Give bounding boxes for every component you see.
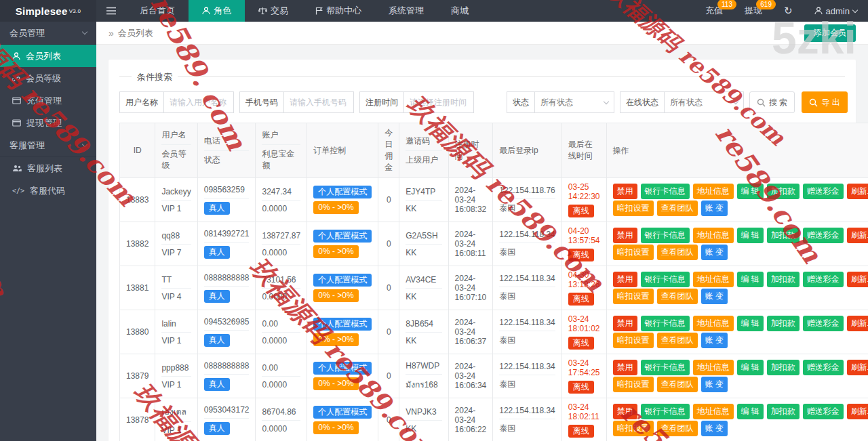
col-header-line1: 今日佣金 xyxy=(384,128,393,172)
op-button-orange[interactable]: 查看团队 xyxy=(657,201,698,216)
op-button-orange[interactable]: 暗扣设置 xyxy=(613,377,654,392)
op-button-orange[interactable]: 查看团队 xyxy=(657,377,698,392)
op-button-blue[interactable]: 账 变 xyxy=(701,245,728,260)
nav-item-role[interactable]: 角色 xyxy=(189,0,245,22)
add-member-button[interactable]: 添加会员 xyxy=(804,24,856,42)
op-button-red[interactable]: 禁用 xyxy=(613,316,637,331)
op-button-orange[interactable]: 暗扣设置 xyxy=(613,245,654,260)
recharge-nav[interactable]: 充值 113 xyxy=(694,0,734,22)
nav-item-home[interactable]: 后台首页 xyxy=(126,0,189,22)
op-button-red[interactable]: 禁用 xyxy=(613,360,637,375)
chevron-down-icon xyxy=(733,98,738,104)
sidebar-group-member[interactable]: 会员管理 xyxy=(0,22,96,45)
op-button-orange[interactable]: 地址信息 xyxy=(693,316,734,331)
regtime-input[interactable] xyxy=(403,91,474,113)
op-button-red[interactable]: 刷新二维码 xyxy=(847,272,868,287)
op-button-orange[interactable]: 地址信息 xyxy=(693,184,734,199)
member-row: 13879ppp888VIP 10888888888真人0.000.0000个人… xyxy=(120,354,868,398)
op-button-green[interactable]: 加扣款 xyxy=(767,228,800,243)
breadcrumb-bar: » 会员列表 添加会员 xyxy=(96,22,868,45)
op-button-red[interactable]: 刷新二维码 xyxy=(847,404,868,419)
op-button-green[interactable]: 编 辑 xyxy=(737,404,764,419)
sidebar-item-service-code[interactable]: </>客服代码 xyxy=(0,180,96,202)
status-select[interactable]: 所有状态 xyxy=(534,91,614,113)
op-button-green[interactable]: 编 辑 xyxy=(737,316,764,331)
op-button-green[interactable]: 赠送彩金 xyxy=(803,272,844,287)
menu-toggle-icon[interactable] xyxy=(96,0,126,22)
op-button-orange[interactable]: 地址信息 xyxy=(693,272,734,287)
sidebar-item-recharge-manage[interactable]: 充值管理 xyxy=(0,89,96,112)
phone-input[interactable] xyxy=(283,91,354,113)
admin-menu[interactable]: admin xyxy=(804,0,868,22)
op-button-green[interactable]: 赠送彩金 xyxy=(803,228,844,243)
sidebar-item-member-level[interactable]: 会员等级 xyxy=(0,67,96,89)
op-button-red[interactable]: 禁用 xyxy=(613,228,637,243)
username-input[interactable] xyxy=(163,91,234,113)
username-text: lalin xyxy=(161,319,191,333)
op-button-red[interactable]: 禁用 xyxy=(613,184,637,199)
op-button-orange[interactable]: 地址信息 xyxy=(693,360,734,375)
op-button-orange[interactable]: 暗扣设置 xyxy=(613,333,654,348)
op-button-green[interactable]: 银行卡信息 xyxy=(641,404,690,419)
cell-last-online: 03-24 18:01:02离线 xyxy=(561,310,606,354)
op-button-green[interactable]: 加扣款 xyxy=(767,272,800,287)
nav-item-mall[interactable]: 商城 xyxy=(437,0,482,22)
op-button-green[interactable]: 编 辑 xyxy=(737,228,764,243)
op-button-blue[interactable]: 账 变 xyxy=(701,289,728,304)
op-button-green[interactable]: 银行卡信息 xyxy=(641,272,690,287)
op-button-green[interactable]: 编 辑 xyxy=(737,272,764,287)
op-button-green[interactable]: 加扣款 xyxy=(767,316,800,331)
nav-item-system[interactable]: 系统管理 xyxy=(375,0,437,22)
search-button[interactable]: 搜 索 xyxy=(749,91,795,113)
sidebar-item-service-list[interactable]: 客服列表 xyxy=(0,157,96,180)
op-button-orange[interactable]: 地址信息 xyxy=(693,228,734,243)
refresh-button[interactable]: ↻ xyxy=(773,0,804,22)
op-button-red[interactable]: 刷新二维码 xyxy=(847,184,868,199)
op-button-blue[interactable]: 账 变 xyxy=(701,377,728,392)
op-button-blue[interactable]: 账 变 xyxy=(701,201,728,216)
op-button-blue[interactable]: 账 变 xyxy=(701,333,728,348)
op-button-green[interactable]: 银行卡信息 xyxy=(641,360,690,375)
op-button-green[interactable]: 加扣款 xyxy=(767,360,800,375)
op-button-green[interactable]: 赠送彩金 xyxy=(803,184,844,199)
op-button-green[interactable]: 赠送彩金 xyxy=(803,316,844,331)
op-button-red[interactable]: 禁用 xyxy=(613,404,637,419)
op-button-red[interactable]: 禁用 xyxy=(613,272,637,287)
op-button-orange[interactable]: 暗扣设置 xyxy=(613,289,654,304)
op-button-green[interactable]: 银行卡信息 xyxy=(641,228,690,243)
op-button-orange[interactable]: 暗扣设置 xyxy=(613,421,654,436)
nav-item-help[interactable]: 帮助中心 xyxy=(302,0,375,22)
op-button-red[interactable]: 刷新二维码 xyxy=(847,360,868,375)
op-button-orange[interactable]: 暗扣设置 xyxy=(613,201,654,216)
sidebar-item-withdraw-manage[interactable]: 提现管理 xyxy=(0,112,96,134)
withdraw-nav[interactable]: 提现 619 xyxy=(734,0,773,22)
export-button[interactable]: 导 出 xyxy=(802,91,847,113)
op-button-blue[interactable]: 账 变 xyxy=(701,421,728,436)
op-button-green[interactable]: 银行卡信息 xyxy=(641,316,690,331)
col-header: 最后在线时间 xyxy=(561,123,606,178)
op-button-red[interactable]: 刷新二维码 xyxy=(847,228,868,243)
sidebar-group-service[interactable]: 客服管理 xyxy=(0,134,96,157)
op-button-green[interactable]: 编 辑 xyxy=(737,360,764,375)
online-select[interactable]: 所有状态 xyxy=(664,91,744,113)
cell-account: 3247.340.0000 xyxy=(256,178,307,222)
cell-account: 0.000.0000 xyxy=(256,354,307,398)
nav-item-trade[interactable]: 交易 xyxy=(245,0,302,22)
op-button-green[interactable]: 赠送彩金 xyxy=(803,404,844,419)
op-button-orange[interactable]: 查看团队 xyxy=(657,289,698,304)
top-nav: 后台首页角色交易帮助中心系统管理商城 xyxy=(126,0,482,22)
op-button-orange[interactable]: 地址信息 xyxy=(693,404,734,419)
sidebar-item-member-list[interactable]: 会员列表 xyxy=(0,45,96,67)
op-button-green[interactable]: 银行卡信息 xyxy=(641,184,690,199)
op-button-green[interactable]: 加扣款 xyxy=(767,184,800,199)
op-button-green[interactable]: 加扣款 xyxy=(767,404,800,419)
op-button-red[interactable]: 刷新二维码 xyxy=(847,316,868,331)
op-button-green[interactable]: 编 辑 xyxy=(737,184,764,199)
username-text: TT xyxy=(161,275,191,289)
country-text: 泰国 xyxy=(499,247,515,257)
op-button-orange[interactable]: 查看团队 xyxy=(657,333,698,348)
op-button-orange[interactable]: 查看团队 xyxy=(657,421,698,436)
col-header: ID xyxy=(120,123,155,178)
op-button-orange[interactable]: 查看团队 xyxy=(657,245,698,260)
op-button-green[interactable]: 赠送彩金 xyxy=(803,360,844,375)
